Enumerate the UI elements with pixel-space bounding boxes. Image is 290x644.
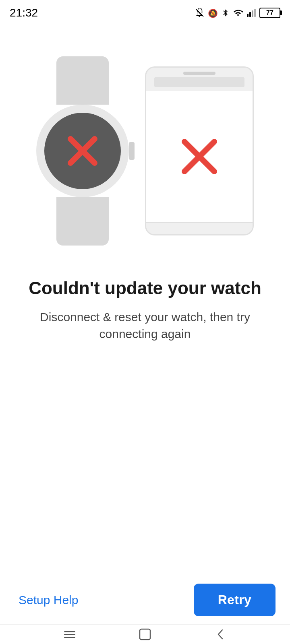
nav-back-icon[interactable]: [212, 626, 228, 642]
error-subtitle: Disconnect & reset your watch, then try …: [24, 309, 266, 343]
phone-speaker: [183, 72, 215, 75]
svg-rect-4: [252, 10, 253, 17]
status-icons: 🔕 77: [195, 8, 280, 18]
action-bar: Setup Help Retry: [0, 576, 290, 624]
phone-top-bar: [146, 68, 253, 91]
nav-menu-icon[interactable]: [62, 626, 78, 642]
status-time: 21:32: [10, 6, 38, 19]
watch-crown: [129, 142, 135, 160]
watch-band-bottom: [56, 197, 109, 246]
error-title: Couldn't update your watch: [29, 278, 261, 299]
status-bar: 21:32 🔕 77: [0, 0, 290, 24]
battery-icon: 77: [259, 8, 280, 18]
watch-illustration: [36, 56, 129, 246]
svg-rect-2: [247, 14, 249, 17]
svg-rect-13: [140, 629, 150, 640]
phone-bottom-bar: [146, 222, 253, 234]
svg-rect-3: [249, 12, 251, 17]
nav-home-icon[interactable]: [137, 626, 153, 642]
watch-body: [36, 105, 129, 197]
vibrate-off-icon: 🔕: [208, 8, 218, 18]
phone-error-x-icon: [177, 134, 222, 179]
android-nav-bar: [0, 624, 290, 644]
svg-rect-11: [64, 634, 75, 635]
error-text-section: Couldn't update your watch Disconnect & …: [0, 278, 290, 343]
svg-rect-12: [64, 637, 75, 638]
wifi-icon: [233, 8, 243, 18]
signal-icon: [246, 8, 256, 18]
watch-face: [44, 113, 121, 189]
bluetooth-icon: [222, 8, 230, 18]
retry-button[interactable]: Retry: [194, 584, 276, 616]
phone-illustration: [145, 66, 254, 235]
watch-band-top: [56, 56, 109, 105]
setup-help-button[interactable]: Setup Help: [14, 589, 82, 611]
illustration-area: [0, 56, 290, 246]
bottom-bar: Setup Help Retry: [0, 576, 290, 644]
phone-screen: [146, 91, 253, 222]
phone-header-bar: [154, 77, 244, 87]
main-content: Couldn't update your watch Disconnect & …: [0, 24, 290, 343]
svg-text:🔕: 🔕: [208, 8, 218, 18]
watch-error-x-icon: [62, 131, 103, 171]
notification-off-icon: [195, 8, 205, 18]
svg-rect-10: [64, 631, 75, 632]
svg-rect-5: [254, 9, 256, 17]
